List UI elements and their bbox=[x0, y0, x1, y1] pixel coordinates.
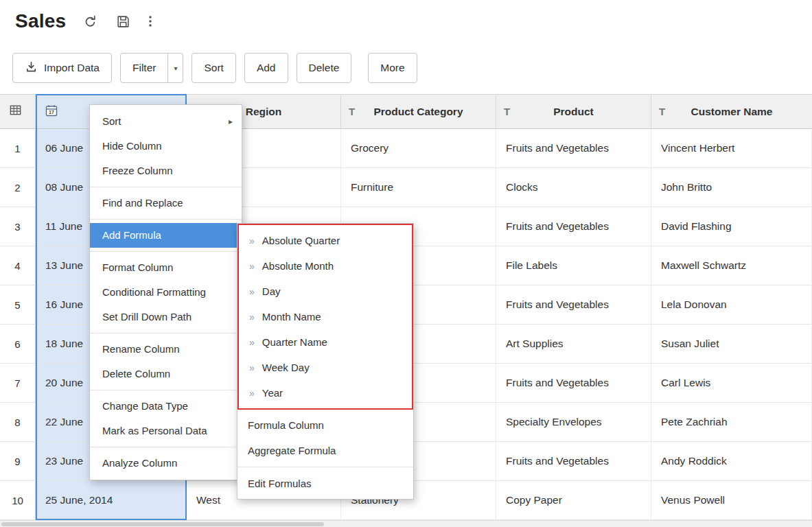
menu-item-delete-column[interactable]: Delete Column bbox=[90, 362, 242, 386]
cell-product[interactable]: Art Supplies bbox=[496, 325, 651, 364]
cell-customer[interactable]: Andy Roddick bbox=[651, 442, 812, 481]
column-header-customer-name[interactable]: T Customer Name bbox=[651, 94, 812, 129]
submenu-item-absolute-quarter[interactable]: »Absolute Quarter bbox=[239, 228, 412, 253]
row-number[interactable]: 4 bbox=[0, 246, 36, 285]
save-button[interactable] bbox=[114, 12, 132, 30]
filter-dropdown-button[interactable]: ▾ bbox=[168, 53, 183, 83]
kebab-menu-button[interactable] bbox=[141, 12, 159, 30]
menu-divider bbox=[90, 251, 242, 252]
cell-product[interactable]: Copy Paper bbox=[496, 481, 651, 520]
menu-item-find-and-replace[interactable]: Find and Replace bbox=[90, 191, 242, 215]
submenu-item-day[interactable]: »Day bbox=[239, 279, 412, 304]
menu-item-format-column[interactable]: Format Column bbox=[90, 255, 242, 280]
text-type-icon: T bbox=[504, 106, 510, 117]
column-header-label: Region bbox=[246, 106, 282, 118]
page-header: Sales bbox=[0, 0, 812, 43]
calendar-icon: 17 bbox=[45, 104, 58, 120]
cell-product[interactable]: Fruits and Vegetables bbox=[496, 207, 651, 246]
row-number[interactable]: 1 bbox=[0, 129, 36, 168]
double-chevron-icon: » bbox=[249, 337, 255, 348]
cell-product[interactable]: Specialty Envelopes bbox=[496, 403, 651, 442]
column-header-label: Customer Name bbox=[691, 106, 773, 118]
double-chevron-icon: » bbox=[249, 362, 255, 373]
menu-item-mark-as-personal-data[interactable]: Mark as Personal Data bbox=[90, 419, 242, 443]
cell-product[interactable]: Fruits and Vegetables bbox=[496, 364, 651, 403]
menu-item-add-formula[interactable]: Add Formula bbox=[90, 223, 242, 248]
double-chevron-icon: » bbox=[249, 312, 255, 323]
cell-category[interactable]: Furniture bbox=[341, 168, 496, 207]
more-label: More bbox=[380, 62, 404, 74]
svg-text:17: 17 bbox=[49, 110, 54, 115]
submenu-item-formula-column[interactable]: Formula Column bbox=[237, 412, 413, 438]
table-grid-icon bbox=[9, 104, 22, 119]
cell-customer[interactable]: Maxwell Schwartz bbox=[651, 246, 812, 285]
cell-customer[interactable]: David Flashing bbox=[651, 207, 812, 246]
cell-category[interactable]: Grocery bbox=[341, 129, 496, 168]
kebab-icon bbox=[143, 14, 157, 28]
add-button[interactable]: Add bbox=[244, 53, 288, 83]
more-button[interactable]: More bbox=[368, 53, 417, 83]
cell-customer[interactable]: Carl Lewis bbox=[651, 364, 812, 403]
submenu-item-quarter-name[interactable]: »Quarter Name bbox=[239, 329, 412, 355]
submenu-item-week-day[interactable]: »Week Day bbox=[239, 355, 412, 380]
row-number[interactable]: 3 bbox=[0, 207, 36, 246]
sort-button[interactable]: Sort bbox=[192, 53, 235, 83]
double-chevron-icon: » bbox=[249, 388, 255, 399]
cell-product[interactable]: Fruits and Vegetables bbox=[496, 129, 651, 168]
menu-item-change-data-type[interactable]: Change Data Type bbox=[90, 394, 242, 419]
page-title: Sales bbox=[15, 10, 66, 32]
menu-divider bbox=[90, 219, 242, 220]
menu-item-freeze-column[interactable]: Freeze Column bbox=[90, 159, 242, 183]
cell-customer[interactable]: Vincent Herbert bbox=[651, 129, 812, 168]
submenu-item-absolute-month[interactable]: »Absolute Month bbox=[239, 253, 412, 279]
refresh-button[interactable] bbox=[81, 12, 99, 30]
column-header-product-category[interactable]: T Product Category bbox=[341, 94, 496, 129]
toolbar: Import Data Filter ▾ Sort Add Delete Mor… bbox=[12, 53, 417, 83]
cell-customer[interactable]: Lela Donovan bbox=[651, 285, 812, 325]
cell-product[interactable]: Fruits and Vegetables bbox=[496, 285, 651, 325]
table-select-all-header[interactable] bbox=[0, 94, 36, 129]
submenu-item-aggregate-formula[interactable]: Aggregate Formula bbox=[237, 438, 413, 463]
row-number[interactable]: 6 bbox=[0, 325, 36, 364]
save-icon bbox=[116, 14, 130, 29]
add-formula-submenu: »Absolute Quarter »Absolute Month »Day »… bbox=[237, 223, 414, 500]
column-header-label: Product bbox=[553, 106, 594, 118]
column-context-menu: Sort ▸ Hide Column Freeze Column Find an… bbox=[89, 104, 242, 480]
cell-customer[interactable]: John Britto bbox=[651, 168, 812, 207]
horizontal-scrollbar[interactable] bbox=[0, 520, 812, 527]
row-number[interactable]: 2 bbox=[0, 168, 36, 207]
add-label: Add bbox=[257, 62, 276, 74]
row-number[interactable]: 8 bbox=[0, 403, 36, 442]
cell-customer[interactable]: Susan Juliet bbox=[651, 325, 812, 364]
cell-product[interactable]: Clocks bbox=[496, 168, 651, 207]
menu-item-conditional-formatting[interactable]: Conditional Formatting bbox=[90, 280, 242, 305]
cell-product[interactable]: Fruits and Vegetables bbox=[496, 442, 651, 481]
column-header-label: Product Category bbox=[373, 106, 463, 118]
cell-product[interactable]: File Labels bbox=[496, 246, 651, 285]
cell-date[interactable]: 25 June, 2014 bbox=[36, 481, 187, 520]
submenu-item-edit-formulas[interactable]: Edit Formulas bbox=[237, 471, 413, 496]
refresh-icon bbox=[83, 14, 97, 29]
menu-item-set-drill-down-path[interactable]: Set Drill Down Path bbox=[90, 305, 242, 329]
row-number[interactable]: 9 bbox=[0, 442, 36, 481]
menu-item-analyze-column[interactable]: Analyze Column bbox=[90, 451, 242, 476]
scrollbar-thumb[interactable] bbox=[1, 522, 324, 526]
column-header-product[interactable]: T Product bbox=[496, 94, 651, 129]
row-number[interactable]: 7 bbox=[0, 364, 36, 403]
filter-split-button: Filter ▾ bbox=[120, 53, 183, 83]
import-data-button[interactable]: Import Data bbox=[12, 53, 112, 83]
cell-customer[interactable]: Venus Powell bbox=[651, 481, 812, 520]
menu-item-sort[interactable]: Sort ▸ bbox=[90, 109, 242, 134]
delete-button[interactable]: Delete bbox=[297, 53, 352, 83]
row-number[interactable]: 10 bbox=[0, 481, 36, 520]
submenu-item-year[interactable]: »Year bbox=[239, 380, 412, 406]
text-type-icon: T bbox=[659, 106, 665, 117]
menu-item-rename-column[interactable]: Rename Column bbox=[90, 337, 242, 362]
menu-divider bbox=[237, 467, 413, 467]
cell-customer[interactable]: Pete Zachriah bbox=[651, 403, 812, 442]
row-number[interactable]: 5 bbox=[0, 285, 36, 325]
double-chevron-icon: » bbox=[249, 261, 255, 272]
filter-button[interactable]: Filter bbox=[120, 53, 168, 83]
submenu-item-month-name[interactable]: »Month Name bbox=[239, 304, 412, 329]
menu-item-hide-column[interactable]: Hide Column bbox=[90, 134, 242, 159]
